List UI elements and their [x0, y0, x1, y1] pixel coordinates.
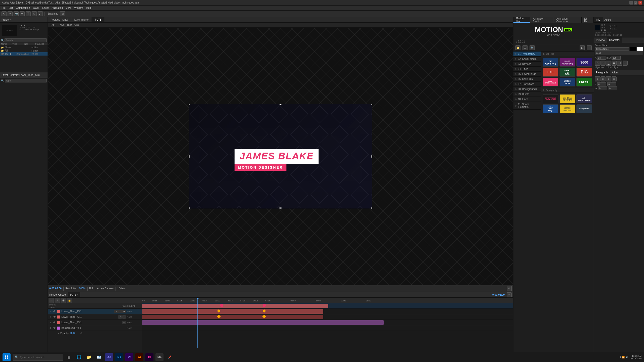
- tab-info[interactable]: Info: [594, 17, 602, 22]
- comp-tab-tut1[interactable]: TUT1: [92, 17, 104, 22]
- mb-thumb-outstanding[interactable]: OUTSTANDINGTYPOGRAPHY: [543, 94, 558, 103]
- tool-pen[interactable]: ✒: [20, 11, 25, 16]
- align-center-button[interactable]: ≡: [600, 76, 606, 81]
- indent-right[interactable]: 0: [608, 86, 617, 90]
- tool-brush[interactable]: 🖌: [38, 11, 43, 16]
- close-button[interactable]: ✕: [638, 1, 642, 5]
- view-count[interactable]: 1 View: [117, 287, 125, 290]
- font-style-selector[interactable]: Bold: [595, 52, 643, 55]
- menu-help[interactable]: Help: [86, 7, 92, 9]
- view-settings[interactable]: ⚙: [507, 286, 512, 291]
- tab-motion-bro[interactable]: Motion Bro: [513, 17, 530, 23]
- mb-cat-lowerthirds[interactable]: ▷ 05. LowerThirds: [513, 72, 541, 77]
- keyframe-1[interactable]: [220, 304, 223, 307]
- tab-paragraph[interactable]: Paragraph: [594, 70, 610, 75]
- timecode-display[interactable]: 0:00:03:06: [49, 287, 62, 290]
- parent-none-2[interactable]: None: [127, 316, 142, 318]
- app-ae[interactable]: Ae: [105, 353, 113, 361]
- effects-search-input[interactable]: [5, 79, 47, 82]
- switch-3[interactable]: ◉: [122, 310, 126, 313]
- app-edge[interactable]: 🌐: [75, 353, 83, 361]
- layer-tab[interactable]: Layer (none): [71, 17, 92, 22]
- font-selector[interactable]: Bebas Neue: [595, 47, 629, 51]
- timeline-settings[interactable]: ≡: [507, 292, 512, 297]
- mb-thumb-create-motion[interactable]: CREATEMOTIONGRAPHICS: [559, 104, 575, 113]
- para-spacing-after[interactable]: 0: [607, 82, 616, 86]
- switch-2[interactable]: /: [118, 310, 122, 313]
- tool-shape[interactable]: ⬡: [32, 11, 37, 16]
- strikethrough-button[interactable]: S: [612, 61, 617, 66]
- mb-thumb-huge-typography[interactable]: HUGETypography: [559, 58, 575, 67]
- tab-character[interactable]: Character: [607, 37, 623, 43]
- tab-audio[interactable]: Audio: [602, 17, 613, 22]
- mb-settings-icon[interactable]: ⋯: [587, 45, 592, 50]
- caps-button[interactable]: TT: [617, 61, 622, 66]
- mb-thumb-trendy[interactable]: T3BRU...TRENDY DESIGN: [576, 94, 592, 103]
- mb-thumb-fresh[interactable]: FRESH: [576, 78, 592, 86]
- taskview-button[interactable]: ⊞: [65, 353, 73, 361]
- project-item-all[interactable]: 📁 All Folder: [0, 49, 48, 52]
- track-2[interactable]: [142, 309, 513, 314]
- zoom-control[interactable]: 100%: [79, 287, 86, 290]
- color-swatch-white[interactable]: [637, 47, 643, 51]
- time-ruler[interactable]: 00:00 00:15 01:00 01:15 02:00 02:15 03:0…: [142, 298, 513, 303]
- track-bar-3[interactable]: [142, 315, 323, 319]
- mb-thumb-john-paul[interactable]: JohnPaulRingo: [543, 104, 558, 113]
- tab-preview[interactable]: Preview: [594, 37, 607, 43]
- tool-camera[interactable]: 📷: [14, 11, 19, 16]
- handle-tr[interactable]: [371, 104, 372, 105]
- mb-cat-social[interactable]: ▷ 02. Social Media: [513, 57, 541, 62]
- layer-row-2[interactable]: 2 👁 Lower_Third_43 1 ✓ / None: [48, 314, 142, 320]
- handle-bc[interactable]: [279, 208, 281, 209]
- align-left-button[interactable]: ≡: [595, 76, 600, 81]
- render-queue-label[interactable]: Render Queue: [49, 293, 66, 296]
- mb-cat-titles[interactable]: ▷ 04. Titles: [513, 67, 541, 72]
- app-photoshop[interactable]: Ps: [115, 353, 123, 361]
- project-item-none[interactable]: 📁 None Folder: [0, 46, 48, 49]
- opacity-value[interactable]: 19 %: [70, 332, 75, 335]
- tab-animation-composer[interactable]: Animation Composer: [554, 17, 582, 23]
- mb-thumb-background[interactable]: Background: [576, 104, 592, 113]
- mb-cat-shapes[interactable]: ▷ 11. Shape Elements: [513, 102, 541, 110]
- app-mail[interactable]: 📧: [95, 353, 103, 361]
- timeline-comp-tab[interactable]: TUT1 ≡: [68, 292, 80, 297]
- underline-button[interactable]: U: [606, 61, 611, 66]
- handle-bl[interactable]: [189, 208, 190, 209]
- tool-text[interactable]: T: [26, 11, 31, 16]
- layer-row-3[interactable]: 3 👁 Lower_Third_43 1 f/ None: [48, 320, 142, 325]
- layer-row-1[interactable]: 1 👁 Lower_Third_43 1 ★ / ◉ None: [48, 309, 142, 314]
- camera-label[interactable]: Active Camera: [97, 287, 114, 290]
- start-button[interactable]: [3, 353, 11, 361]
- layer-solo[interactable]: ◉: [61, 298, 66, 303]
- switch-mode[interactable]: f/: [122, 321, 126, 324]
- tool-select[interactable]: ↖: [2, 11, 7, 16]
- parent-none-1[interactable]: None: [127, 310, 142, 313]
- app-id[interactable]: Id: [145, 353, 153, 361]
- track-bar-4[interactable]: [142, 320, 384, 325]
- mb-cat-bursts[interactable]: ▷ 09. Bursts: [513, 92, 541, 97]
- menu-composition[interactable]: Composition: [16, 7, 30, 9]
- project-item-tut1[interactable]: 🎬 TUT1 Composition 23.976: [0, 52, 48, 56]
- mb-thumb-smart-background[interactable]: SMARTBACKGROUND: [543, 78, 558, 86]
- mb-thumb-big-typography[interactable]: BIGTypography: [543, 58, 558, 67]
- snapping-toggle[interactable]: ⊞: [60, 11, 65, 16]
- switch-1[interactable]: ★: [114, 310, 118, 313]
- handle-br[interactable]: [371, 208, 372, 209]
- mb-cat-backgrounds[interactable]: ▷ 08. Backgrounds: [513, 87, 541, 92]
- app-media-encoder[interactable]: Me: [155, 353, 164, 361]
- tab-align[interactable]: Align: [610, 70, 620, 75]
- italic-button[interactable]: I: [600, 61, 606, 66]
- mb-cat-transitions[interactable]: ▷ 07. Transitions: [513, 82, 541, 87]
- handle-tl[interactable]: [189, 104, 190, 105]
- visibility-toggle[interactable]: 👁: [52, 327, 56, 329]
- handle-ml[interactable]: [189, 155, 190, 157]
- menu-file[interactable]: File: [2, 7, 6, 9]
- app-premiere[interactable]: Pr: [125, 353, 133, 361]
- footage-tab[interactable]: Footage (none): [48, 17, 71, 22]
- mb-cat-callouts[interactable]: ▷ 06. Call-Outs: [513, 77, 541, 82]
- tab-etfx[interactable]: ET FX: [582, 17, 594, 23]
- mb-cat-typography[interactable]: ▷ 01. Typography: [513, 52, 541, 57]
- layer-expand[interactable]: ≡: [49, 298, 54, 303]
- breadcrumb-layer[interactable]: Lower_Third_43 ≡: [58, 24, 79, 26]
- switch-1[interactable]: ✓: [118, 315, 122, 319]
